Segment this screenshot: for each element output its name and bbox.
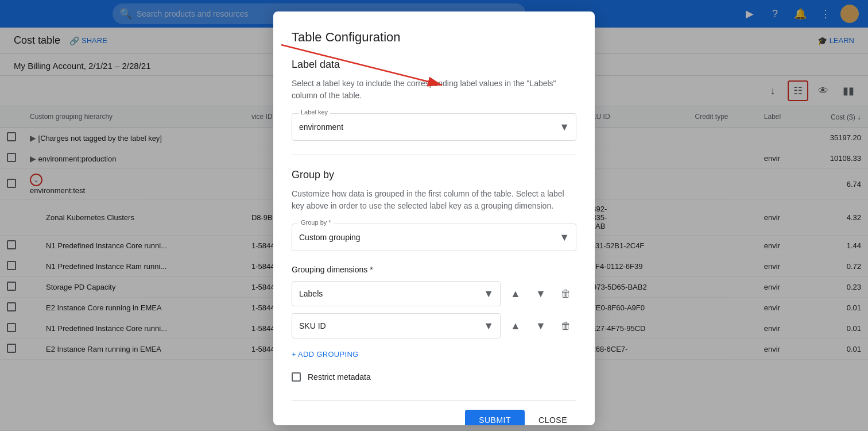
- grouping-dimensions-label: Grouping dimensions *: [292, 265, 576, 274]
- move-down-dim1-button[interactable]: ▼: [530, 283, 551, 304]
- move-up-dim1-button[interactable]: ▲: [505, 283, 526, 304]
- label-data-description: Select a label key to include the corres…: [292, 78, 576, 102]
- delete-dim1-button[interactable]: 🗑: [556, 283, 576, 304]
- restrict-metadata-row: Restrict metadata: [292, 372, 576, 382]
- modal-overlay: Table Configuration Label data Select a …: [0, 0, 868, 431]
- label-key-field: Label key environment app team version ▼: [292, 113, 576, 141]
- section-divider: [292, 155, 576, 155]
- restrict-metadata-label: Restrict metadata: [308, 372, 371, 382]
- group-by-label: Group by *: [299, 219, 334, 226]
- group-by-section-title: Group by: [292, 169, 576, 181]
- grouping-dim2-select[interactable]: Labels Service SKU ID Location: [292, 313, 501, 338]
- move-up-dim2-button[interactable]: ▲: [505, 315, 526, 336]
- grouping-dimension-2-row: Labels Service SKU ID Location ▼ ▲ ▼ 🗑: [292, 313, 576, 338]
- restrict-metadata-checkbox[interactable]: [292, 372, 301, 382]
- table-config-modal: Table Configuration Label data Select a …: [273, 11, 595, 425]
- group-by-description: Customize how data is grouped in the fir…: [292, 188, 576, 212]
- grouping-dim1-select[interactable]: Labels Service SKU ID Location: [292, 281, 501, 306]
- submit-button[interactable]: SUBMIT: [465, 410, 525, 425]
- modal-title: Table Configuration: [292, 30, 576, 45]
- delete-dim2-button[interactable]: 🗑: [556, 315, 576, 336]
- group-by-select[interactable]: Custom grouping Service SKU Location: [292, 224, 576, 251]
- label-key-label: Label key: [299, 109, 330, 116]
- close-button[interactable]: CLOSE: [529, 410, 576, 425]
- modal-footer: SUBMIT CLOSE: [292, 400, 576, 425]
- group-by-field: Group by * Custom grouping Service SKU L…: [292, 224, 576, 251]
- grouping-dim1-field: Labels Service SKU ID Location ▼: [292, 281, 501, 306]
- label-data-section-title: Label data: [292, 59, 576, 71]
- grouping-dim2-field: Labels Service SKU ID Location ▼: [292, 313, 501, 338]
- grouping-dimension-1-row: Labels Service SKU ID Location ▼ ▲ ▼ 🗑: [292, 281, 576, 306]
- add-grouping-button[interactable]: + ADD GROUPING: [292, 345, 359, 363]
- label-key-select[interactable]: environment app team version: [292, 113, 576, 141]
- move-down-dim2-button[interactable]: ▼: [530, 315, 551, 336]
